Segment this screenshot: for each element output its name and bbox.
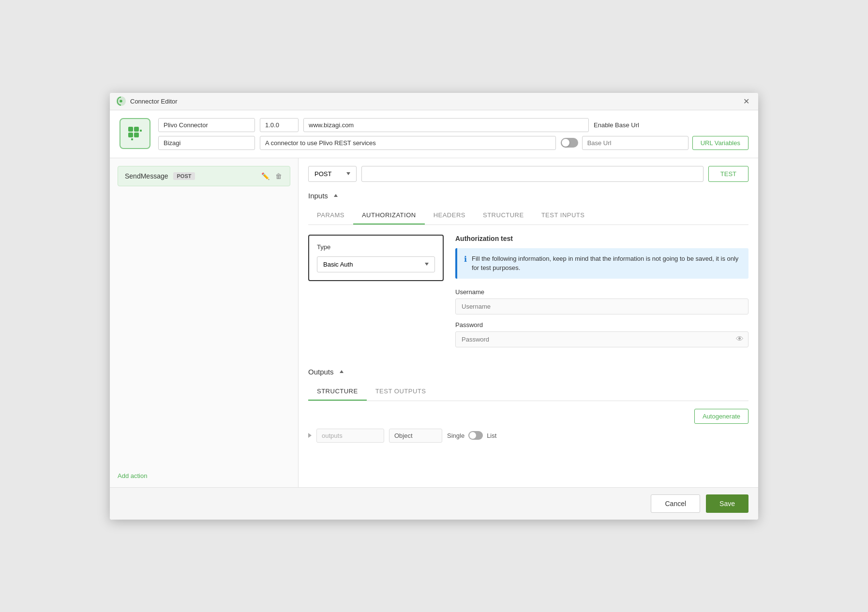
titlebar: Connector Editor ✕ [110, 93, 758, 110]
outputs-row: Single List [308, 429, 748, 443]
single-list-toggle: Single List [447, 431, 496, 440]
svg-rect-7 [131, 138, 133, 140]
method-row: POST TEST [308, 166, 748, 182]
password-label: Password [455, 321, 748, 328]
outputs-field-input[interactable] [316, 429, 384, 443]
username-input[interactable] [455, 299, 748, 314]
outputs-label: Outputs [308, 368, 334, 376]
header-row-1: Enable Base Url [158, 118, 748, 132]
action-item-left: SendMessage POST [125, 172, 195, 180]
inputs-label: Inputs [308, 192, 328, 200]
auth-content: Type Basic Auth Authorization test ℹ Fil… [308, 235, 748, 354]
tab-authorization[interactable]: AUTHORIZATION [353, 207, 425, 224]
info-icon: ℹ [464, 254, 467, 264]
company-input[interactable] [158, 136, 255, 150]
eye-icon[interactable]: 👁 [736, 335, 744, 343]
delete-action-button[interactable]: 🗑 [274, 171, 283, 181]
info-text: Fill the following information, keep in … [472, 254, 742, 273]
outputs-section-header: Outputs [308, 368, 748, 376]
outputs-toolbar: Autogenerate [308, 409, 748, 424]
add-action-link[interactable]: Add action [118, 472, 290, 479]
close-button[interactable]: ✕ [740, 96, 752, 107]
window-title: Connector Editor [130, 98, 178, 105]
base-url-toggle[interactable] [561, 138, 578, 148]
svg-rect-2 [128, 127, 133, 132]
method-value: POST [314, 170, 331, 178]
single-label: Single [447, 432, 464, 439]
version-input[interactable] [260, 118, 299, 132]
connector-name-input[interactable] [158, 118, 255, 132]
tab-test-outputs[interactable]: TEST OUTPUTS [367, 383, 435, 401]
test-button[interactable]: TEST [708, 166, 748, 182]
cancel-button[interactable]: Cancel [651, 494, 700, 513]
enable-base-url-label: Enable Base Url [594, 121, 748, 129]
password-wrapper: 👁 [455, 331, 748, 347]
tab-outputs-structure[interactable]: STRUCTURE [308, 383, 367, 401]
main-content: SendMessage POST ✏️ 🗑 Add action POST [110, 158, 758, 487]
action-icons: ✏️ 🗑 [260, 171, 283, 181]
method-chevron-down-icon [346, 172, 350, 175]
autogenerate-button[interactable]: Autogenerate [694, 409, 748, 424]
password-field-group: Password 👁 [455, 321, 748, 347]
enable-base-url-section: Enable Base Url [594, 121, 748, 129]
username-field-group: Username [455, 288, 748, 314]
type-value: Basic Auth [323, 261, 353, 268]
outputs-collapse-icon[interactable] [340, 370, 344, 373]
toggle-row: URL Variables [561, 136, 748, 150]
save-button[interactable]: Save [706, 494, 748, 513]
titlebar-left: Connector Editor [116, 96, 178, 106]
type-section: Type Basic Auth [308, 235, 444, 281]
url-variables-button[interactable]: URL Variables [692, 136, 748, 150]
header-fields: Enable Base Url URL Variables [158, 118, 748, 150]
description-input[interactable] [260, 136, 556, 150]
outputs-type-input[interactable] [389, 429, 442, 443]
type-select[interactable]: Basic Auth [317, 256, 435, 272]
edit-action-button[interactable]: ✏️ [260, 171, 270, 181]
actions-list: SendMessage POST ✏️ 🗑 [118, 166, 290, 186]
info-box: ℹ Fill the following information, keep i… [455, 248, 748, 279]
svg-rect-5 [134, 133, 139, 137]
action-name: SendMessage [125, 172, 168, 180]
tab-structure[interactable]: STRUCTURE [474, 207, 533, 224]
svg-rect-4 [128, 133, 133, 137]
website-input[interactable] [303, 118, 589, 132]
svg-point-1 [120, 100, 122, 103]
auth-test-section: Authorization test ℹ Fill the following … [455, 235, 748, 354]
outputs-tabs: STRUCTURE TEST OUTPUTS [308, 383, 748, 401]
list-label: List [487, 432, 496, 439]
sidebar: SendMessage POST ✏️ 🗑 Add action [110, 158, 299, 487]
svg-rect-6 [140, 130, 142, 132]
single-list-toggle-switch[interactable] [468, 431, 483, 440]
tab-headers[interactable]: HEADERS [425, 207, 474, 224]
url-input[interactable] [361, 166, 703, 182]
type-label: Type [317, 243, 435, 251]
header-section: Enable Base Url URL Variables [110, 110, 758, 158]
expand-outputs-icon[interactable] [308, 433, 312, 438]
connector-editor-window: Connector Editor ✕ Enable Base Url [110, 93, 758, 520]
connector-svg-icon [126, 125, 144, 142]
connector-icon [120, 118, 150, 149]
tab-params[interactable]: PARAMS [308, 207, 353, 224]
base-url-input[interactable] [582, 136, 688, 150]
username-label: Username [455, 288, 748, 296]
footer: Cancel Save [110, 487, 758, 520]
method-select[interactable]: POST [308, 166, 357, 182]
inputs-collapse-icon[interactable] [334, 194, 338, 197]
method-badge: POST [173, 172, 195, 180]
password-input[interactable] [455, 331, 748, 347]
bizagi-logo-icon [116, 96, 126, 106]
auth-test-title: Authorization test [455, 235, 748, 242]
action-item-sendmessage[interactable]: SendMessage POST ✏️ 🗑 [118, 166, 290, 186]
inputs-tabs: PARAMS AUTHORIZATION HEADERS STRUCTURE T… [308, 207, 748, 225]
outputs-section: Outputs STRUCTURE TEST OUTPUTS Autogener… [308, 368, 748, 443]
type-chevron-down-icon [425, 263, 429, 266]
editor-panel: POST TEST Inputs PARAMS AUTHORIZATION HE… [299, 158, 758, 487]
inputs-section-header: Inputs [308, 192, 748, 200]
header-row-2: URL Variables [158, 136, 748, 150]
tab-test-inputs[interactable]: TEST INPUTS [533, 207, 594, 224]
svg-rect-3 [134, 127, 139, 132]
